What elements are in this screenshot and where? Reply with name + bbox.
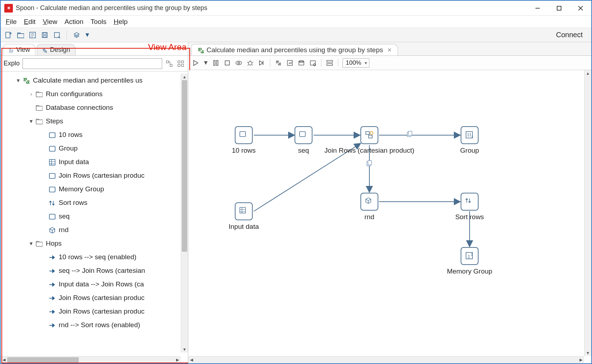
- tree-scrollbar-horizontal[interactable]: ◀▶: [1, 356, 181, 363]
- close-tab-icon[interactable]: ✕: [387, 47, 392, 53]
- tree-step-item[interactable]: Sort rows: [1, 196, 179, 210]
- tree-run-configurations[interactable]: › Run configurations: [1, 87, 179, 101]
- view-tab-icon: [8, 47, 14, 53]
- menu-help[interactable]: Help: [113, 18, 127, 26]
- explore-icon[interactable]: [29, 31, 37, 39]
- sidebar-tabs: View ✎ Design View Area: [1, 42, 188, 56]
- tree-step-item[interactable]: 10 rows: [1, 128, 179, 142]
- tab-view[interactable]: View: [3, 44, 35, 55]
- node-join-rows[interactable]: [360, 126, 378, 144]
- run-icon[interactable]: [192, 59, 200, 67]
- expand-all-icon[interactable]: [165, 59, 174, 68]
- menu-action[interactable]: Action: [64, 18, 83, 26]
- close-button[interactable]: [570, 1, 591, 15]
- saveas-icon[interactable]: [53, 31, 61, 39]
- tree-scrollbar-vertical[interactable]: ▲▼: [181, 74, 188, 353]
- collapse-all-icon[interactable]: [176, 59, 185, 68]
- menu-edit[interactable]: Edit: [24, 18, 36, 26]
- tab-view-label: View: [16, 46, 30, 54]
- svg-point-23: [236, 61, 242, 65]
- tree-step-item[interactable]: Memory Group: [1, 182, 179, 196]
- hop-icon: [48, 267, 56, 275]
- connect-button[interactable]: Connect: [551, 31, 588, 39]
- tree-step-item[interactable]: seq: [1, 210, 179, 223]
- save-icon[interactable]: [41, 31, 49, 39]
- tree-hop-item[interactable]: seq --> Join Rows (cartesian: [1, 264, 179, 277]
- run-dropdown-icon[interactable]: ▼: [203, 59, 208, 67]
- tree-step-item[interactable]: Join Rows (cartesian produc: [1, 169, 179, 182]
- tree-steps[interactable]: ▼ Steps: [1, 114, 179, 128]
- canvas[interactable]: 10 rows seq Join Rows (cartesian product…: [188, 70, 591, 363]
- open-icon[interactable]: [16, 31, 24, 39]
- window-title: Spoon - Calculate median and percentiles…: [16, 4, 527, 12]
- canvas-scrollbar-horizontal[interactable]: ◀▶: [188, 356, 584, 363]
- svg-rect-11: [43, 33, 46, 34]
- tree-hop-item[interactable]: 10 rows --> seq (enabled): [1, 250, 179, 264]
- tree-root[interactable]: ▼ Calculate median and percentiles us: [1, 74, 179, 87]
- step-icon: [48, 226, 56, 234]
- svg-rect-19: [181, 64, 184, 67]
- minimize-button[interactable]: [527, 1, 548, 15]
- svg-rect-20: [214, 60, 215, 65]
- svg-rect-22: [225, 61, 229, 65]
- node-input-data[interactable]: [235, 202, 253, 220]
- explore-db-icon[interactable]: [309, 59, 317, 67]
- perspective-icon[interactable]: [73, 31, 81, 39]
- pause-icon[interactable]: [212, 59, 220, 67]
- menu-tools[interactable]: Tools: [91, 18, 106, 26]
- tree: ▼ Calculate median and percentiles us › …: [1, 72, 188, 363]
- new-icon[interactable]: [4, 31, 12, 39]
- tree-hop-item[interactable]: Join Rows (cartesian produc: [1, 305, 179, 318]
- tree-hop-item[interactable]: Join Rows (cartesian produc: [1, 291, 179, 305]
- tree-hops[interactable]: ▼ Hops: [1, 237, 179, 250]
- node-label: seq: [298, 147, 309, 154]
- step-icon: [48, 185, 56, 193]
- tree-hop-item[interactable]: Input data --> Join Rows (ca: [1, 277, 179, 291]
- show-results-icon[interactable]: [326, 59, 334, 67]
- impact-icon[interactable]: [286, 59, 294, 67]
- node-label: Join Rows (cartesian product): [324, 147, 414, 154]
- svg-rect-31: [327, 60, 333, 62]
- node-label: Group: [460, 147, 479, 154]
- debug-icon[interactable]: [246, 59, 254, 67]
- tree-step-item[interactable]: Input data: [1, 155, 179, 169]
- tree-step-item[interactable]: Group: [1, 142, 179, 155]
- node-rnd[interactable]: [360, 193, 378, 211]
- node-seq[interactable]: [295, 126, 312, 144]
- svg-text:Σ: Σ: [471, 135, 474, 139]
- folder-icon: [35, 104, 43, 112]
- verify-icon[interactable]: [275, 59, 282, 67]
- menu-view[interactable]: View: [43, 18, 57, 26]
- tree-db-connections[interactable]: Database connections: [1, 101, 179, 114]
- hop-badge-icon: [366, 160, 373, 167]
- canvas-tab-label: Calculate median and percentiles using t…: [207, 46, 383, 54]
- tree-step-item[interactable]: rnd: [1, 223, 179, 237]
- node-10-rows[interactable]: [235, 126, 253, 144]
- tab-design[interactable]: ✎ Design: [37, 44, 76, 55]
- perspective-dropdown-icon[interactable]: ▼: [85, 31, 90, 39]
- preview-icon[interactable]: [235, 59, 243, 67]
- svg-rect-17: [178, 64, 180, 67]
- hop-icon: [48, 253, 56, 261]
- node-label: 10 rows: [232, 147, 256, 154]
- canvas-scrollbar-vertical[interactable]: ▲▼: [584, 70, 591, 356]
- tree-hop-item[interactable]: rnd --> Sort rows (enabled): [1, 318, 179, 332]
- sql-icon[interactable]: [297, 59, 305, 67]
- canvas-tab[interactable]: Calculate median and percentiles using t…: [191, 44, 398, 55]
- sidebar: View ✎ Design View Area Explo ▼: [1, 42, 188, 363]
- stop-icon[interactable]: [223, 59, 231, 67]
- app-icon: ✶: [4, 4, 13, 13]
- search-input[interactable]: [23, 58, 162, 69]
- zoom-select[interactable]: 100%: [343, 58, 369, 68]
- node-label: Input data: [229, 223, 259, 231]
- svg-rect-32: [327, 64, 333, 65]
- node-memory-group[interactable]: Σ: [461, 247, 479, 265]
- replay-icon[interactable]: [258, 59, 266, 67]
- maximize-button[interactable]: [548, 1, 570, 15]
- step-icon: [48, 172, 56, 179]
- main-toolbar: ▼ Connect: [1, 28, 591, 42]
- node-group[interactable]: Σ: [461, 126, 479, 144]
- node-sort-rows[interactable]: [461, 193, 479, 211]
- search-row: Explo: [1, 56, 188, 72]
- menu-file[interactable]: File: [6, 18, 17, 26]
